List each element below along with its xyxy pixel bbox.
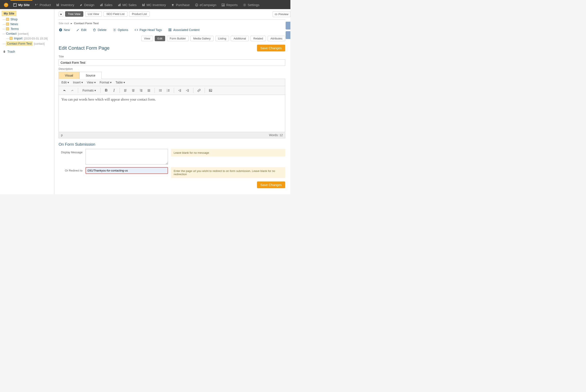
tree-node-terms[interactable]: Terms [2, 26, 52, 31]
nav-settings[interactable]: Settings [240, 0, 262, 10]
tab-additional[interactable]: Additional [231, 36, 249, 41]
redo-button[interactable] [69, 88, 76, 94]
action-options[interactable]: Options [113, 28, 128, 32]
display-message-input[interactable] [86, 149, 168, 164]
list-view-button[interactable]: List View [85, 11, 102, 17]
save-button-bottom[interactable]: Save Changes [257, 182, 285, 188]
outdent-button[interactable] [176, 88, 183, 94]
number-list-button[interactable]: 123 [165, 88, 172, 94]
link-button[interactable] [196, 88, 202, 94]
svg-rect-10 [58, 4, 59, 6]
align-left-icon [124, 89, 127, 92]
tab-attributes[interactable]: Attributes [268, 36, 285, 41]
tab-visual[interactable]: Visual [59, 72, 79, 79]
product-list-button[interactable]: Product List [129, 11, 150, 17]
breadcrumb-root[interactable]: Site root [59, 22, 69, 25]
tree-node-contact[interactable]: Contact [contact] [2, 31, 52, 36]
nav-sales[interactable]: Sales [97, 0, 115, 10]
svg-point-33 [114, 30, 115, 30]
bullet-list-button[interactable] [157, 88, 164, 94]
action-associated[interactable]: Associated Content [168, 28, 199, 32]
title-input[interactable] [59, 60, 285, 66]
nav-label: MC Inventory [147, 3, 166, 7]
align-right-button[interactable] [138, 88, 145, 94]
expand-button[interactable]: » [59, 12, 63, 17]
nav-ecampaign[interactable]: @eCampaign [192, 0, 219, 10]
action-head-tags[interactable]: Page Head Tags [134, 28, 162, 32]
side-tab-1[interactable] [286, 22, 290, 30]
outdent-icon [178, 89, 181, 92]
logo[interactable] [2, 2, 11, 8]
align-justify-button[interactable] [145, 88, 152, 94]
indent-icon [186, 89, 189, 92]
menu-view[interactable]: View ▾ [87, 81, 96, 84]
menu-insert[interactable]: Insert ▾ [73, 81, 83, 84]
tree-node-shop[interactable]: Shop [2, 17, 52, 22]
nav-label: Sales [104, 3, 113, 7]
trash[interactable]: Trash [2, 48, 52, 55]
nav-my-site[interactable]: My Site [11, 0, 32, 9]
grid-icon [168, 28, 172, 32]
tab-form-builder[interactable]: Form Builder [167, 36, 189, 41]
undo-icon [63, 89, 66, 92]
svg-point-7 [37, 4, 38, 4]
eye-icon [274, 13, 277, 16]
action-edit[interactable]: Edit [76, 28, 86, 32]
nav-purchase[interactable]: Purchase [168, 0, 192, 10]
tab-edit[interactable]: Edit [155, 36, 165, 41]
action-new[interactable]: New [59, 28, 70, 32]
editor-word-count: Words: 12 [269, 133, 283, 137]
chevron-right-icon: ▸ [71, 22, 72, 25]
align-left-button[interactable] [122, 88, 129, 94]
tree-node-import[interactable]: Import [2020-03-31 15:28] [2, 36, 52, 41]
tab-source[interactable]: Source [79, 72, 102, 79]
list-ul-icon [159, 89, 162, 92]
nav-label: Settings [248, 3, 259, 7]
bold-button[interactable]: B [103, 88, 110, 94]
tree-root[interactable]: My Site [2, 11, 16, 16]
menu-format[interactable]: Format ▾ [100, 81, 112, 84]
align-center-button[interactable] [130, 88, 137, 94]
editor-content[interactable]: You can put words here which will appear… [59, 95, 285, 132]
display-message-hint: Leave blank for no message [171, 149, 285, 156]
folder-icon [10, 37, 13, 40]
nav-mc-inventory[interactable]: MC Inventory [139, 0, 168, 10]
nav-mc-sales[interactable]: MC Sales [115, 0, 139, 10]
tree-node-news[interactable]: News [2, 22, 52, 26]
save-button[interactable]: Save Changes [257, 45, 285, 52]
formats-dropdown[interactable]: Formats ▾ [80, 88, 98, 93]
editor-statusbar: p Words: 12 [59, 132, 285, 138]
tab-related[interactable]: Related [250, 36, 266, 41]
svg-text:@: @ [196, 4, 197, 6]
link-icon [197, 89, 201, 92]
tab-media-gallery[interactable]: Media Gallery [190, 36, 213, 41]
nav-reports[interactable]: Reports [219, 0, 240, 10]
action-delete[interactable]: Delete [93, 28, 106, 32]
align-right-icon [139, 89, 143, 92]
nav-product[interactable]: Product [32, 0, 54, 10]
svg-rect-34 [169, 28, 170, 30]
italic-button[interactable]: I [111, 88, 117, 94]
undo-button[interactable] [61, 88, 68, 94]
svg-rect-37 [170, 30, 171, 31]
tab-view[interactable]: View [141, 36, 153, 41]
tree-view-button[interactable]: Tree View [65, 11, 83, 17]
redirect-hint: Enter the page url you wisht to redirect… [171, 167, 285, 178]
menu-table[interactable]: Table ▾ [115, 81, 125, 84]
menu-edit[interactable]: Edit ▾ [61, 81, 69, 84]
side-tab-2[interactable] [286, 31, 290, 39]
redirect-input[interactable] [86, 167, 168, 174]
right-side-tabs [286, 22, 290, 39]
tree-node-contact-form-test[interactable]: Contact Form Test [contact] [2, 41, 52, 46]
nav-design[interactable]: Design [77, 0, 97, 10]
editor-menubar: Edit ▾ Insert ▾ View ▾ Format ▾ Table ▾ [59, 79, 285, 86]
svg-rect-44 [209, 89, 212, 92]
image-button[interactable] [207, 88, 214, 94]
section-heading: Edit Contact Form Page Save Changes [59, 42, 285, 54]
nav-inventory[interactable]: Inventory [53, 0, 77, 10]
indent-button[interactable] [184, 88, 191, 94]
tab-listing[interactable]: Listing [215, 36, 229, 41]
preview-button[interactable]: Preview [272, 11, 290, 17]
folder-icon [6, 22, 9, 26]
seo-list-button[interactable]: SEO Field List [104, 11, 127, 17]
